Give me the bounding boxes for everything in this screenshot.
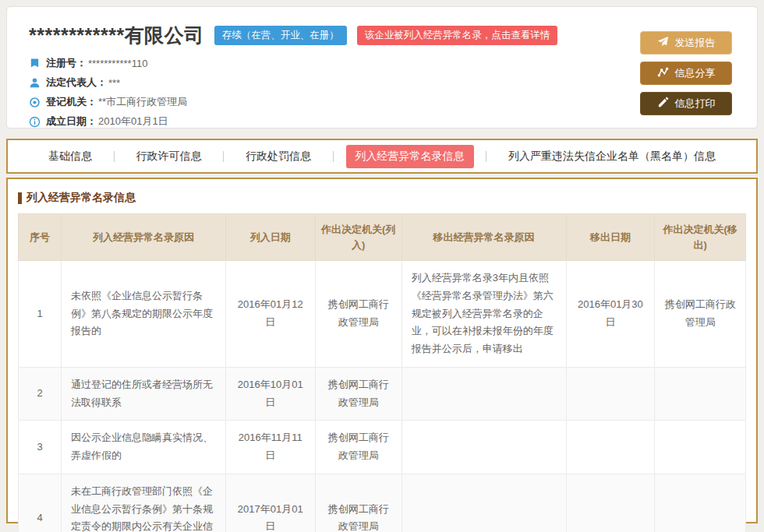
- tab-4[interactable]: 列入严重违法失信企业名单（黑名单）信息: [499, 145, 725, 168]
- table-cell: 携创网工商行政管理局: [655, 261, 746, 368]
- company-header-card: ************有限公司 存续（在营、开业、在册） 该企业被列入经营异常…: [6, 6, 758, 129]
- table-cell: 因公示企业信息隐瞒真实情况、弄虚作假的: [62, 421, 226, 474]
- print-icon: [657, 97, 675, 111]
- tab-2[interactable]: 行政处罚信息: [236, 145, 320, 168]
- table-row: 3因公示企业信息隐瞒真实情况、弄虚作假的2016年11月11日携创网工商行政管理…: [19, 421, 746, 474]
- column-header: 列入日期: [225, 214, 315, 261]
- print-info-button[interactable]: 信息打印: [640, 92, 732, 115]
- table-cell: 列入经营异常名录3年内且依照《经营异常名录管理办法》第六规定被列入经营异常名录的…: [401, 261, 566, 368]
- table-cell: 2016年01月12日: [225, 261, 315, 368]
- company-info-list: 注册号：***********110法定代表人：***登记机关：**市工商行政管…: [29, 56, 735, 129]
- column-header: 作出决定机关(列入): [315, 214, 401, 261]
- table-cell: 未依照《企业信息公示暂行条例》第八条规定的期限公示年度报告的: [62, 261, 226, 368]
- button-label: 信息分享: [675, 66, 716, 80]
- column-header: 列入经营异常名录原因: [62, 214, 226, 261]
- info-value: ***: [108, 77, 120, 89]
- button-label: 发送报告: [675, 36, 716, 50]
- column-header: 序号: [19, 214, 62, 261]
- registration-icon: [29, 58, 41, 69]
- table-cell: 4: [19, 474, 62, 532]
- table-cell: [655, 421, 746, 474]
- table-cell: 2016年11月11日: [225, 421, 315, 474]
- content-card: 列入经营异常名录信息 序号列入经营异常名录原因列入日期作出决定机关(列入)移出经…: [6, 178, 758, 523]
- table-cell: 携创网工商行政管理局: [315, 474, 401, 532]
- section-title-text: 列入经营异常名录信息: [27, 191, 136, 205]
- tab-bar: 基础信息行政许可信息行政处罚信息列入经营异常名录信息列入严重违法失信企业名单（黑…: [6, 139, 758, 174]
- share-icon: [657, 66, 675, 80]
- info-label: 法定代表人：: [46, 76, 107, 90]
- column-header: 作出决定机关(移出): [655, 214, 746, 261]
- table-header-row: 序号列入经营异常名录原因列入日期作出决定机关(列入)移出经营异常名录原因移出日期…: [19, 214, 746, 261]
- info-value: ***********110: [88, 58, 147, 69]
- table-row: 1未依照《企业信息公示暂行条例》第八条规定的期限公示年度报告的2016年01月1…: [19, 261, 746, 368]
- table-cell: 携创网工商行政管理局: [315, 367, 401, 421]
- section-title: 列入经营异常名录信息: [18, 191, 746, 205]
- company-info-item: 成立日期：2010年01月1日: [29, 115, 735, 129]
- table-row: 2通过登记的住所或者经营场所无法取得联系2016年10月01日携创网工商行政管理…: [19, 367, 746, 421]
- info-value: **市工商行政管理局: [98, 95, 187, 109]
- section-title-bar-icon: [18, 192, 22, 204]
- send-icon: [657, 36, 675, 50]
- info-value: 2010年01月1日: [98, 115, 168, 129]
- company-profile-page: { "header": { "company_name": "*********…: [0, 0, 764, 532]
- table-cell: 2: [19, 367, 62, 421]
- button-label: 信息打印: [675, 97, 716, 111]
- tab-3[interactable]: 列入经营异常名录信息: [346, 145, 474, 168]
- table-cell: [655, 474, 746, 532]
- table-cell: [655, 367, 746, 421]
- send-report-button[interactable]: 发送报告: [640, 31, 732, 55]
- tab-divider: [486, 151, 486, 162]
- location-icon: [29, 97, 41, 108]
- status-badge: 存续（在营、开业、在册）: [214, 26, 347, 45]
- table-cell: [566, 474, 655, 532]
- table-cell: [401, 421, 566, 474]
- table-cell: 1: [19, 261, 62, 368]
- company-title-row: ************有限公司 存续（在营、开业、在册） 该企业被列入经营异常…: [29, 23, 735, 48]
- table-cell: 携创网工商行政管理局: [315, 261, 401, 368]
- tab-divider: [114, 151, 115, 162]
- share-info-button[interactable]: 信息分享: [640, 62, 732, 85]
- abnormal-records-table: 序号列入经营异常名录原因列入日期作出决定机关(列入)移出经营异常名录原因移出日期…: [18, 213, 746, 532]
- column-header: 移出经营异常名录原因: [401, 214, 566, 261]
- table-cell: 未在工商行政管理部门依照《企业信息公示暂行条例》第十条规定责令的期限内公示有关企…: [62, 474, 226, 532]
- table-cell: 2016年10月01日: [225, 367, 315, 421]
- info-label: 登记机关：: [46, 95, 97, 109]
- tab-0[interactable]: 基础信息: [39, 145, 101, 168]
- tab-divider: [333, 151, 334, 162]
- company-info-item: 登记机关：**市工商行政管理局: [29, 95, 735, 109]
- company-info-item: 注册号：***********110: [29, 56, 735, 70]
- info-icon: [29, 116, 41, 128]
- table-cell: [566, 367, 655, 421]
- info-label: 注册号：: [46, 56, 87, 70]
- table-cell: 2016年01月30日: [566, 261, 655, 368]
- tab-1[interactable]: 行政许可信息: [127, 145, 211, 168]
- table-cell: 携创网工商行政管理局: [315, 421, 401, 474]
- column-header: 移出日期: [566, 214, 655, 261]
- table-cell: 3: [19, 421, 62, 474]
- header-action-buttons: 发送报告信息分享信息打印: [640, 31, 732, 122]
- table-cell: [401, 474, 566, 532]
- table-row: 4未在工商行政管理部门依照《企业信息公示暂行条例》第十条规定责令的期限内公示有关…: [19, 474, 746, 532]
- person-icon: [29, 77, 41, 89]
- company-name: ************有限公司: [29, 23, 204, 48]
- company-info-item: 法定代表人：***: [29, 76, 735, 90]
- abnormal-alert-badge[interactable]: 该企业被列入经营异常名录，点击查看详情: [357, 26, 558, 45]
- table-cell: 2017年01月01日: [225, 474, 315, 532]
- info-label: 成立日期：: [46, 115, 97, 129]
- table-cell: 通过登记的住所或者经营场所无法取得联系: [62, 367, 226, 421]
- table-cell: [566, 421, 655, 474]
- table-cell: [401, 367, 566, 421]
- tab-divider: [223, 151, 224, 162]
